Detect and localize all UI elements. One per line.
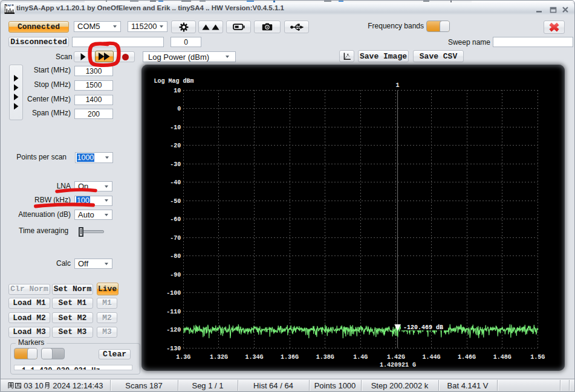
- svg-text:1.42G: 1.42G: [387, 354, 405, 361]
- svg-text:1.420921 G: 1.420921 G: [380, 362, 416, 368]
- svg-text:1.32G: 1.32G: [210, 354, 228, 361]
- svg-text:1.48G: 1.48G: [493, 354, 512, 361]
- svg-text:1.4G: 1.4G: [353, 354, 368, 361]
- svg-text:1.36G: 1.36G: [281, 354, 299, 361]
- svg-text:10: 10: [174, 88, 181, 94]
- svg-text:-90: -90: [170, 272, 181, 278]
- svg-text:-130: -130: [166, 345, 181, 352]
- svg-text:-50: -50: [170, 198, 181, 205]
- svg-text:1.3G: 1.3G: [176, 354, 190, 361]
- svg-text:0: 0: [177, 106, 181, 112]
- svg-text:-40: -40: [170, 179, 181, 186]
- svg-text:-70: -70: [170, 235, 181, 242]
- svg-text:-100: -100: [166, 290, 181, 297]
- svg-text:-110: -110: [166, 309, 181, 315]
- svg-text:1: 1: [396, 82, 400, 89]
- svg-text:-80: -80: [170, 253, 181, 260]
- svg-text:-20: -20: [170, 143, 181, 149]
- svg-text:1.5G: 1.5G: [530, 354, 545, 361]
- svg-text:-120.469 dB: -120.469 dB: [403, 324, 443, 331]
- svg-text:1.44G: 1.44G: [422, 354, 440, 361]
- svg-text:-10: -10: [170, 124, 181, 131]
- svg-text:-60: -60: [170, 216, 181, 223]
- svg-text:1.34G: 1.34G: [245, 354, 263, 361]
- svg-text:1.46G: 1.46G: [458, 354, 476, 361]
- svg-text:-30: -30: [170, 161, 181, 168]
- svg-text:-120: -120: [166, 327, 181, 333]
- svg-text:1.38G: 1.38G: [316, 354, 334, 361]
- svg-text:Log Mag dBm: Log Mag dBm: [154, 78, 194, 85]
